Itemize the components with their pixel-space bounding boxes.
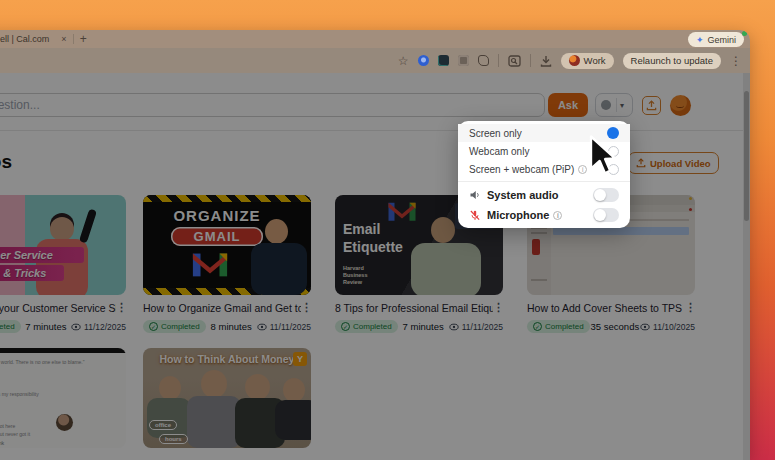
record-dot-icon — [601, 100, 611, 110]
thumbnail-person — [411, 243, 481, 295]
video-duration: 7 minutes — [403, 321, 444, 332]
gmail-logo — [387, 199, 417, 223]
page-scrollbar[interactable] — [743, 73, 750, 460]
thumbnail-text: Email Etiquette — [343, 221, 403, 256]
eye-icon — [257, 323, 267, 331]
ask-question-input[interactable] — [0, 93, 545, 117]
thumbnail-decor — [0, 348, 126, 353]
info-icon: i — [553, 211, 562, 220]
browser-window: ell | Cal.com × + ✦ Gemini ☆ Work — [0, 30, 750, 460]
thumbnail-bubble: hours — [159, 434, 188, 444]
video-card[interactable]: How to Think About Money Y office hours — [143, 348, 311, 448]
video-date: 11/12/2025 — [71, 322, 126, 332]
upload-video-label: Upload Video — [650, 158, 711, 169]
bookmark-star-icon[interactable]: ☆ — [398, 55, 409, 67]
scrollbar-thumb[interactable] — [744, 91, 749, 221]
eye-icon — [449, 323, 459, 331]
tab-title[interactable]: ell | Cal.com — [0, 34, 49, 44]
card-menu-icon[interactable]: ⋮ — [301, 302, 311, 312]
upload-video-button[interactable]: Upload Video — [628, 152, 719, 174]
extension-icon-1[interactable] — [418, 55, 429, 66]
video-title[interactable]: Improve your Customer Service Skills — [0, 302, 116, 314]
thumbnail-selected-row — [553, 227, 689, 235]
eye-icon — [71, 323, 81, 331]
video-date: 11/10/2025 — [640, 322, 695, 332]
ask-button[interactable]: Ask — [548, 93, 588, 117]
channel-badge: Y — [293, 352, 307, 366]
thumbnail-caption: rship, Jocko Willink — [0, 440, 4, 446]
video-title[interactable]: How to Organize Gmail and Get to Inbox Z… — [143, 302, 301, 314]
upload-icon-button[interactable] — [642, 96, 661, 115]
video-thumbnail[interactable]: How to Think About Money Y office hours — [143, 348, 311, 448]
browser-toolbar: ☆ Work Relaunch to update ⋮ — [0, 48, 750, 73]
update-status-dot — [742, 31, 747, 36]
profile-avatar — [569, 55, 580, 66]
speaker-icon — [469, 189, 481, 201]
menu-divider — [458, 181, 630, 182]
gmail-logo — [191, 249, 229, 279]
thumbnail-person — [50, 217, 74, 241]
video-title[interactable]: 8 Tips for Professional Email Etiquette — [335, 302, 493, 314]
card-menu-icon[interactable]: ⋮ — [685, 302, 695, 312]
info-icon: i — [578, 165, 587, 174]
record-split-button[interactable]: ▾ — [595, 93, 633, 117]
section-title: Videos — [0, 151, 12, 173]
thumbnail-banner: Tips & Tricks — [0, 265, 64, 281]
video-date: 11/11/2025 — [257, 322, 311, 332]
video-thumbnail[interactable]: ustomer Service Tips & Tricks — [0, 195, 126, 295]
mic-off-icon — [469, 209, 481, 222]
menu-item-microphone[interactable]: Microphonei — [458, 205, 630, 225]
caution-stripe — [143, 195, 311, 202]
browser-menu-icon[interactable]: ⋮ — [730, 55, 742, 67]
mouse-cursor — [588, 135, 618, 177]
new-tab-button[interactable]: + — [80, 34, 87, 44]
gemini-label: Gemini — [707, 35, 736, 45]
upload-icon — [636, 158, 646, 168]
tab-close-icon[interactable]: × — [61, 34, 66, 44]
card-menu-icon[interactable]: ⋮ — [493, 302, 503, 312]
side-panel-search-icon[interactable] — [508, 55, 521, 67]
download-icon[interactable] — [540, 55, 552, 67]
thumbnail-text: GMAIL — [171, 227, 263, 246]
video-card[interactable]: ustomer Service Tips & Tricks Improve yo… — [0, 195, 126, 333]
user-avatar[interactable] — [670, 95, 691, 116]
check-circle-icon: ✓ — [341, 322, 350, 331]
phone-handset-decor — [79, 209, 97, 244]
microphone-toggle[interactable] — [593, 208, 619, 222]
menu-item-system-audio[interactable]: System audio — [458, 185, 630, 205]
eye-icon — [640, 323, 650, 331]
upload-icon — [646, 100, 657, 111]
thumbnail-decor — [532, 239, 540, 255]
tab-separator — [73, 34, 74, 44]
thumbnail-person — [265, 219, 288, 244]
profile-button[interactable]: Work — [561, 53, 614, 69]
status-badge: ✓ Completed — [0, 320, 21, 333]
toolbar-divider — [498, 54, 499, 67]
thumbnail-text: ORGANIZE — [157, 207, 277, 224]
chevron-down-icon[interactable]: ▾ — [620, 101, 624, 110]
relaunch-to-update-button[interactable]: Relaunch to update — [623, 53, 721, 69]
video-card[interactable]: everything in your world. There is no on… — [0, 348, 126, 448]
record-button-divider — [616, 98, 617, 112]
system-audio-toggle[interactable] — [593, 188, 619, 202]
video-duration: 7 minutes — [25, 321, 66, 332]
thumbnail-bubble: office — [149, 420, 177, 430]
extension-icon-4[interactable] — [478, 55, 489, 66]
video-card[interactable]: ORGANIZE GMAIL How to Organize Gmail and… — [143, 195, 311, 333]
relaunch-label: Relaunch to update — [631, 55, 713, 66]
video-thumbnail[interactable]: ORGANIZE GMAIL — [143, 195, 311, 295]
profile-label: Work — [584, 55, 606, 66]
video-thumbnail[interactable]: everything in your world. There is no on… — [0, 348, 126, 448]
card-menu-icon[interactable]: ⋮ — [116, 302, 126, 312]
status-badge: ✓ Completed — [143, 320, 206, 333]
browser-tab-bar: ell | Cal.com × + ✦ Gemini — [0, 30, 750, 48]
thumbnail-text: How to Think About Money — [143, 353, 311, 365]
extension-icon-3[interactable] — [458, 55, 469, 66]
video-duration: 8 minutes — [211, 321, 252, 332]
thumbnail-person — [251, 243, 307, 295]
thumbnail-text: Harvard Business Review — [343, 265, 367, 286]
gemini-button[interactable]: ✦ Gemini — [688, 32, 744, 47]
video-date: 11/11/2025 — [449, 322, 503, 332]
extension-icon-2[interactable] — [438, 55, 449, 66]
video-title[interactable]: How to Add Cover Sheets to TPS Reports — [527, 302, 685, 314]
